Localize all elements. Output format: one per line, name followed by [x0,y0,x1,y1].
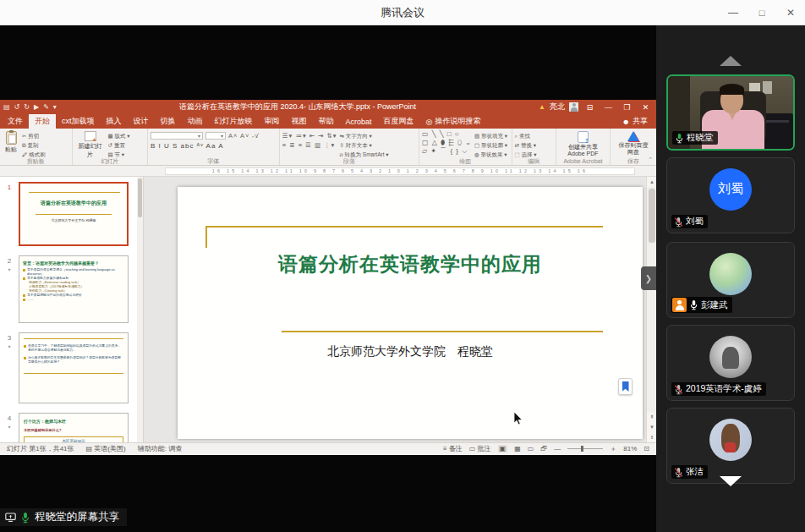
start-slideshow-icon[interactable]: ▶ [34,103,39,111]
view-reading-icon[interactable]: ▭ [528,445,534,452]
scroll-down-icon[interactable] [720,476,742,486]
account-name[interactable]: 亮北 [550,101,565,112]
copy-button[interactable]: ⧉ 复制 [22,142,46,150]
tab-insert[interactable]: 插入 [101,114,128,129]
tab-baidu-netdisk[interactable]: 百度网盘 [378,114,420,129]
language-status[interactable]: ▤ 英语(美国) [86,444,126,453]
fit-to-window-icon[interactable]: ⊡ [643,445,649,452]
next-slide-icon[interactable]: ⇟ [647,432,656,442]
tab-acrobat[interactable]: Acrobat [340,114,378,129]
tab-review[interactable]: 审阅 [259,114,286,129]
zoom-slider[interactable] [567,448,603,449]
thumbnail-slide-1[interactable]: 1 语篇分析在英语教学中的应用 北京师范大学外文学院 程晓堂 [0,182,143,246]
sidebar-collapse-handle[interactable]: ❯ [641,266,656,290]
ribbon-display-options-icon[interactable]: ⊟ [583,103,597,112]
group-acrobat: 创建并共享 Adobe PDF Adobe Acrobat [556,129,611,165]
tab-file[interactable]: 文件 [2,114,29,129]
font-style-buttons[interactable]: B I U S abc ᴬᵛ Aa A [151,142,277,150]
view-normal-icon[interactable]: ▣ [498,445,508,452]
thumbnail-slide-4[interactable]: 4✦ 打个比方：教师与木匠 木匠的基础知识是什么? 木匠基础知识 [0,413,143,442]
slide-number: 2 [8,257,11,265]
participant-name: 彭建武 [701,299,728,311]
ppt-close-icon[interactable]: ✕ [638,103,653,112]
save-to-baidu-button[interactable]: 保存到百度网盘 [614,130,653,156]
create-share-pdf-button[interactable]: 创建并共享 Adobe PDF [558,130,607,158]
text-direction-button[interactable]: ⇋ 文字方向 ▾ [340,133,389,140]
collapse-ribbon-icon[interactable]: ⌃ [648,156,653,163]
tab-transitions[interactable]: 切换 [155,114,182,129]
find-button[interactable]: ⌕ 查找 [515,133,537,140]
adobe-pdf-icon [578,131,589,143]
thumbnail-slide-3[interactable]: 3✦ 在语言学习中，了解语篇如何组织以及语篇的形式与意义的关系，有助于提高语言理… [0,332,143,403]
tab-slideshow[interactable]: 幻灯片放映 [209,114,259,129]
grow-shrink-font-icons[interactable]: A˄ A˅ 𝒜 [228,132,260,140]
participant-tile-chengxiaotang[interactable]: 程晓堂 [666,74,795,151]
quick-access-toolbar: ▤ ↺ ↻ ▶ ✎ ▾ [3,103,57,111]
slide-gold-line-middle [282,331,603,332]
undo-icon[interactable]: ↺ [14,103,20,111]
previous-slide-icon[interactable]: ⇞ [647,412,656,422]
account-avatar[interactable] [569,102,578,112]
thumbnail-scrollbar[interactable] [137,177,143,442]
scrollbar-down-icon[interactable]: ▼ [647,422,656,432]
slide-area-scrollbar[interactable]: ▲ ⇞ ▼ ⇟ [646,177,656,442]
pen-icon[interactable]: ✎ [43,103,49,111]
replace-button[interactable]: ⇄ 替换 ▾ [515,142,537,150]
avatar [709,253,752,295]
font-size-combobox[interactable]: ▾ [205,132,226,140]
comments-button[interactable]: ▭ 批注 [469,444,491,453]
tab-help[interactable]: 帮助 [313,114,340,129]
group-drawing: ▭ ╲ ╲ □ ○▢ △ ⬮ ⬱ ⬯ ⌄▱ ✦ ⌒ { } ⌵ ▨ 形状填充 ▾… [419,129,512,165]
shape-outline-button[interactable]: ▢ 形状轮廓 ▾ [474,142,507,150]
current-slide-canvas[interactable]: 语篇分析在英语教学中的应用 北京师范大学外文学院 程晓堂 [178,187,643,439]
shapes-gallery[interactable]: ▭ ╲ ╲ □ ○▢ △ ⬮ ⬱ ⬯ ⌄▱ ✦ ⌒ { } ⌵ [422,130,472,156]
alignment-icons[interactable]: ≡ ≣ ≡ ☰ ▥ ⋮▾ [282,141,337,149]
participant-tile-yuting[interactable]: 2019英语学术-虞婷 [666,325,795,401]
zoom-in-icon[interactable]: ＋ [610,444,616,453]
notes-button[interactable]: ≡ 备注 [443,444,463,453]
bookmark-button[interactable] [618,378,632,395]
scrollbar-up-icon[interactable]: ▲ [647,177,656,187]
align-text-button[interactable]: ⇳ 对齐文本 ▾ [340,142,389,150]
participant-tile-zhangjie[interactable]: 张洁 [666,408,795,484]
reset-button[interactable]: ↺ 重置 [108,142,130,150]
paste-button[interactable]: 粘贴 [3,130,19,155]
meeting-window-title: 腾讯会议 [0,5,805,20]
layout-button[interactable]: ▦ 版式 ▾ [108,133,130,140]
mouse-cursor [514,412,523,429]
warning-icon[interactable]: ▲ [539,103,545,111]
thumb2-title: 背景：语篇对英语教学为何越来越重要？ [23,261,124,266]
tab-home[interactable]: 开始 [29,114,56,129]
ppt-minimize-icon[interactable]: — [601,103,616,112]
view-slideshow-icon[interactable]: 🗗 [540,445,547,452]
zoom-out-icon[interactable]: — [554,445,561,452]
tab-view[interactable]: 视图 [286,114,313,129]
tab-tell-me[interactable]: ◎操作说明搜索 [420,114,487,129]
participant-tile-liushu[interactable]: 刘蜀 刘蜀 [666,157,795,233]
scroll-up-icon[interactable] [720,56,742,66]
thumb4-question: 木匠的基础知识是什么? [24,428,123,432]
bookmark-icon [622,381,629,392]
slide-counter: 幻灯片 第1张，共41张 [7,444,74,453]
ppt-restore-icon[interactable]: ❐ [620,103,634,112]
bullets-numbering-indent-icons[interactable]: ☰▾ ≔▾ ⇤ ⇥ ⇅▾ [282,132,337,140]
tab-animations[interactable]: 动画 [182,114,209,129]
tab-design[interactable]: 设计 [128,114,155,129]
participant-tile-pengjianwu[interactable]: 彭建武 [666,242,795,318]
thumbnail-slide-2[interactable]: 2✦ 背景：语篇对英语教学为何越来越重要？ 基于语篇的语言教学理念（teachi… [0,255,143,323]
share-button[interactable]: ☻共享 [614,114,656,129]
avatar [709,336,752,378]
view-slide-sorter-icon[interactable]: ▦ [514,445,521,452]
tencent-meeting-window: { "colors": { "ppt_accent": "#B7472A", "… [0,0,805,532]
zoom-percent[interactable]: 81% [623,445,637,452]
tab-cxt-addin[interactable]: cxt加载项 [56,114,101,129]
new-slide-button[interactable]: 新建幻灯片 [75,130,106,160]
slide-number: 3 [8,334,11,342]
slide-gold-line-top [205,226,603,228]
font-name-combobox[interactable]: ▾ [151,132,203,140]
shape-fill-button[interactable]: ▨ 形状填充 ▾ [474,133,507,140]
redo-icon[interactable]: ↻ [24,103,30,111]
save-icon[interactable]: ▤ [3,103,10,111]
accessibility-status[interactable]: 辅助功能: 调查 [138,444,182,453]
cut-button[interactable]: ✂ 剪切 [22,133,46,140]
